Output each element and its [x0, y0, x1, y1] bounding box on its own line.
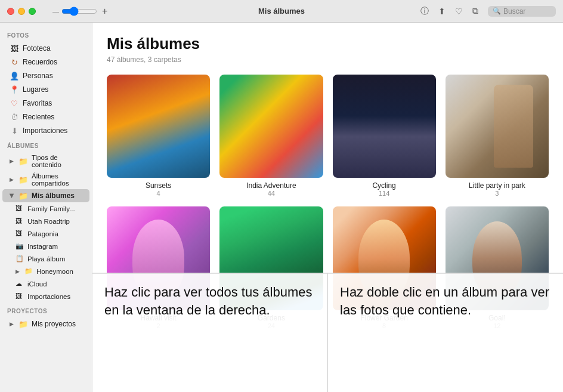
sidebar-item-favoritas[interactable]: ♡ Favoritas: [2, 97, 89, 110]
page-title: Mis álbumes: [107, 35, 549, 53]
album-flower-thumb: [333, 206, 436, 310]
photo-grid: Sunsets 4 India Adventure 44 Cycling 114: [107, 75, 549, 329]
main-area: Fotos 🖼 Fototeca ↻ Recuerdos 👤 Personas …: [0, 23, 563, 392]
sidebar-item-icloud[interactable]: ☁ iCloud: [2, 278, 89, 290]
album-party-thumb: [446, 75, 549, 178]
sidebar-item-fototeca[interactable]: 🖼 Fototeca: [2, 42, 89, 55]
sidebar-item-lugares[interactable]: 📍 Lugares: [2, 83, 89, 96]
sidebar-item-recuerdos[interactable]: ↻ Recuerdos: [2, 55, 89, 69]
album-flower-name: Flower Garden: [360, 314, 407, 322]
mis-albumes-icon: 📁: [18, 191, 28, 200]
sidebar-item-mis-albumes[interactable]: ▶ 📁 Mis álbumes: [2, 189, 89, 202]
fototeca-icon: 🖼: [10, 44, 19, 53]
sidebar-item-honeymoon[interactable]: ▶ 📁 Honeymoon: [2, 266, 89, 277]
sidebar-item-mis-albumes-label: Mis álbumes: [32, 192, 75, 200]
album-flower[interactable]: Flower Garden 8: [333, 206, 436, 329]
sidebar-item-icloud-label: iCloud: [27, 280, 47, 288]
sidebar-item-importaciones2-label: Importaciones: [27, 293, 70, 300]
zoom-slider: — +: [52, 6, 107, 17]
sidebar-item-honeymoon-label: Honeymoon: [36, 268, 73, 275]
album-goal[interactable]: Goal! 12: [446, 206, 549, 329]
zoom-plus-button[interactable]: +: [102, 6, 107, 17]
sidebar-item-mis-proyectos-label: Mis proyectos: [32, 320, 76, 328]
album-goal-thumb: [446, 206, 549, 310]
titlebar: — + Mis álbumes ⓘ ⬆ ♡ ⧉ 🔍: [0, 0, 563, 23]
album-party-count: 3: [495, 190, 499, 197]
close-button[interactable]: [7, 8, 14, 15]
recuerdos-icon: ↻: [10, 57, 19, 67]
info-icon[interactable]: ⓘ: [420, 6, 429, 17]
sidebar-item-importaciones2[interactable]: 🖼 Importaciones: [2, 291, 89, 303]
tipos-icon: 📁: [18, 156, 28, 166]
expand-mis-albumes-icon: ▶: [9, 194, 15, 198]
sidebar-item-compartidos[interactable]: ▶ 📁 Álbumes compartidos: [2, 171, 89, 189]
sidebar-item-playa[interactable]: 📋 Playa álbum: [2, 253, 89, 265]
section-proyectos-label: Proyectos: [0, 303, 92, 317]
window-title: Mis álbumes: [258, 7, 305, 16]
album-sunsets-name: Sunsets: [146, 181, 171, 190]
recientes-icon: ⏱: [10, 112, 19, 122]
expand-tipos-icon: ▶: [10, 158, 14, 164]
sidebar-item-patagonia-label: Patagonia: [27, 230, 58, 237]
honeymoon-icon: 📁: [24, 267, 33, 276]
sidebar-item-family[interactable]: 🖼 Family Family...: [2, 203, 89, 215]
sidebar-item-personas[interactable]: 👤 Personas: [2, 69, 89, 82]
traffic-lights: [7, 8, 36, 15]
instagram-icon: 📷: [16, 242, 24, 251]
album-cycling-name: Cycling: [372, 181, 395, 190]
lugares-icon: 📍: [10, 85, 19, 94]
album-cycling-count: 114: [379, 190, 389, 197]
share-icon[interactable]: ⬆: [438, 7, 446, 16]
duplicate-icon[interactable]: ⧉: [472, 6, 478, 16]
icloud-icon: ☁: [16, 280, 24, 288]
search-input[interactable]: [503, 7, 551, 16]
album-gardens-name: Gardens: [258, 314, 285, 322]
section-albumes-label: Álbumes: [0, 138, 92, 152]
album-gardens-thumb: [219, 206, 323, 310]
favoritas-icon: ♡: [10, 98, 19, 108]
importaciones-icon: ⬇: [10, 126, 19, 135]
album-party[interactable]: Little party in park 3: [446, 75, 549, 197]
sidebar-item-tipos[interactable]: ▶ 📁 Tipos de contenido: [2, 152, 89, 170]
album-gardens[interactable]: Gardens 24: [219, 206, 323, 329]
sidebar-item-instagram[interactable]: 📷 Instagram: [2, 240, 89, 252]
sidebar-item-mis-proyectos[interactable]: ▶ 📁 Mis proyectos: [2, 317, 89, 331]
album-gardens-count: 24: [268, 322, 275, 329]
album-goal-count: 12: [493, 322, 500, 329]
sidebar-item-utah[interactable]: 🖼 Utah Roadtrip: [2, 215, 89, 227]
album-hawaii-name: Hawaii visit: [141, 314, 177, 322]
album-hawaii-thumb: [107, 206, 210, 310]
album-india-thumb: [219, 75, 323, 178]
sidebar-item-lugares-label: Lugares: [23, 85, 48, 94]
album-party-name: Little party in park: [469, 181, 525, 190]
sidebar-item-recientes-label: Recientes: [23, 113, 54, 121]
album-india-name: India Adventure: [246, 181, 296, 190]
album-hawaii-count: 2: [157, 322, 160, 329]
sidebar-item-importaciones-label: Importaciones: [23, 126, 67, 135]
album-cycling-thumb: [333, 75, 436, 178]
search-box[interactable]: 🔍: [488, 6, 556, 17]
expand-honeymoon-icon: ▶: [16, 268, 20, 274]
sidebar-item-importaciones[interactable]: ⬇ Importaciones: [2, 124, 89, 137]
heart-icon[interactable]: ♡: [455, 7, 463, 16]
family-icon: 🖼: [16, 205, 24, 213]
album-flower-count: 8: [382, 322, 386, 329]
album-cycling[interactable]: Cycling 114: [333, 75, 436, 197]
compartidos-icon: 📁: [18, 175, 28, 184]
fullscreen-button[interactable]: [29, 8, 36, 15]
album-hawaii[interactable]: Hawaii visit 2: [107, 206, 210, 329]
album-sunsets-thumb: [107, 75, 210, 178]
album-goal-name: Goal!: [488, 314, 506, 322]
search-icon: 🔍: [493, 7, 501, 15]
sidebar-item-fototeca-label: Fototeca: [23, 44, 51, 53]
minimize-button[interactable]: [18, 8, 25, 15]
album-india[interactable]: India Adventure 44: [219, 75, 323, 197]
album-sunsets[interactable]: Sunsets 4: [107, 75, 210, 197]
content-area: Mis álbumes 47 álbumes, 3 carpetas Sunse…: [92, 23, 563, 392]
zoom-range-input[interactable]: [61, 7, 97, 16]
sidebar: Fotos 🖼 Fototeca ↻ Recuerdos 👤 Personas …: [0, 23, 92, 392]
sidebar-item-favoritas-label: Favoritas: [23, 99, 52, 107]
expand-compartidos-icon: ▶: [10, 177, 14, 183]
sidebar-item-patagonia[interactable]: 🖼 Patagonia: [2, 228, 89, 240]
sidebar-item-recientes[interactable]: ⏱ Recientes: [2, 110, 89, 124]
